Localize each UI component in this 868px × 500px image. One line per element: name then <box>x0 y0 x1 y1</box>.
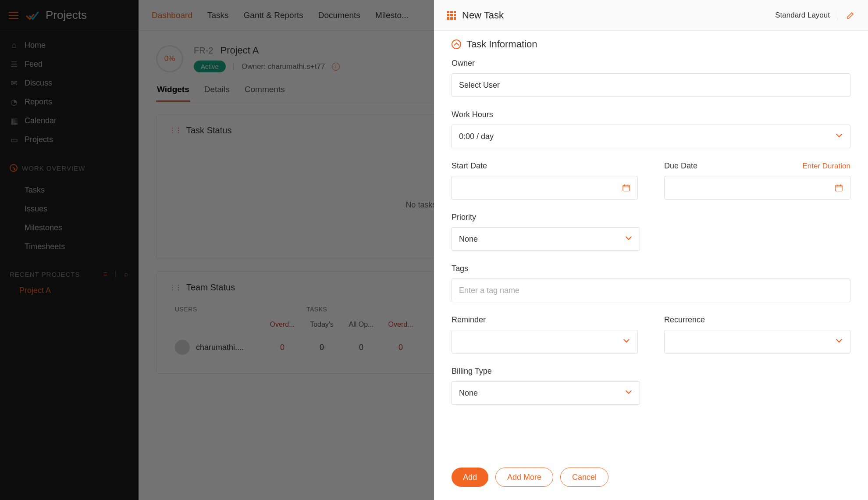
recurrence-select[interactable] <box>664 330 850 354</box>
start-date-input[interactable] <box>452 176 638 200</box>
chevron-down-icon <box>837 133 843 139</box>
billing-value: None <box>459 389 478 398</box>
enter-duration-link[interactable]: Enter Duration <box>802 162 850 171</box>
cancel-button[interactable]: Cancel <box>560 468 608 487</box>
reminder-label: Reminder <box>452 315 638 325</box>
work-hours-label: Work Hours <box>452 110 850 119</box>
divider <box>838 11 838 20</box>
section-title: Task Information <box>466 39 537 50</box>
due-date-input[interactable] <box>664 176 850 200</box>
drawer-footer: Add Add More Cancel <box>434 461 868 500</box>
calendar-icon[interactable] <box>835 183 843 192</box>
svg-rect-6 <box>836 185 842 191</box>
start-date-label: Start Date <box>452 161 638 171</box>
add-button[interactable]: Add <box>452 468 488 487</box>
tags-input[interactable] <box>459 286 843 295</box>
chevron-up-icon <box>452 39 461 49</box>
billing-type-label: Billing Type <box>452 367 850 376</box>
add-more-button[interactable]: Add More <box>495 468 553 487</box>
priority-value: None <box>459 235 478 244</box>
drawer-header: New Task Standard Layout <box>434 0 868 31</box>
new-task-drawer: New Task Standard Layout Task Informatio… <box>434 0 868 500</box>
recurrence-label: Recurrence <box>664 315 850 325</box>
owner-value: Select User <box>459 81 500 90</box>
drawer-body: Task Information Owner Select User Work … <box>434 31 868 461</box>
work-hours-value: 0:00 / day <box>459 132 494 141</box>
priority-select[interactable]: None <box>452 227 640 251</box>
tags-input-wrap[interactable] <box>452 279 850 302</box>
calendar-icon[interactable] <box>622 183 630 192</box>
billing-type-select[interactable]: None <box>452 381 640 405</box>
pencil-icon[interactable] <box>846 11 855 20</box>
priority-label: Priority <box>452 213 850 222</box>
tags-label: Tags <box>452 264 850 273</box>
layout-selector[interactable]: Standard Layout <box>775 11 830 20</box>
chevron-down-icon <box>624 339 630 345</box>
owner-label: Owner <box>452 59 850 68</box>
section-header[interactable]: Task Information <box>452 39 850 50</box>
due-date-label: Due Date <box>664 161 697 171</box>
chevron-down-icon <box>626 390 633 396</box>
work-hours-select[interactable]: 0:00 / day <box>452 125 850 148</box>
owner-select[interactable]: Select User <box>452 73 850 97</box>
start-date-field[interactable] <box>459 183 622 193</box>
drawer-title: New Task <box>462 10 504 21</box>
reminder-select[interactable] <box>452 330 638 354</box>
chevron-down-icon <box>837 339 843 345</box>
due-date-field[interactable] <box>672 183 835 193</box>
chevron-down-icon <box>626 236 633 242</box>
svg-rect-2 <box>623 185 630 191</box>
apps-grid-icon[interactable] <box>447 11 456 20</box>
